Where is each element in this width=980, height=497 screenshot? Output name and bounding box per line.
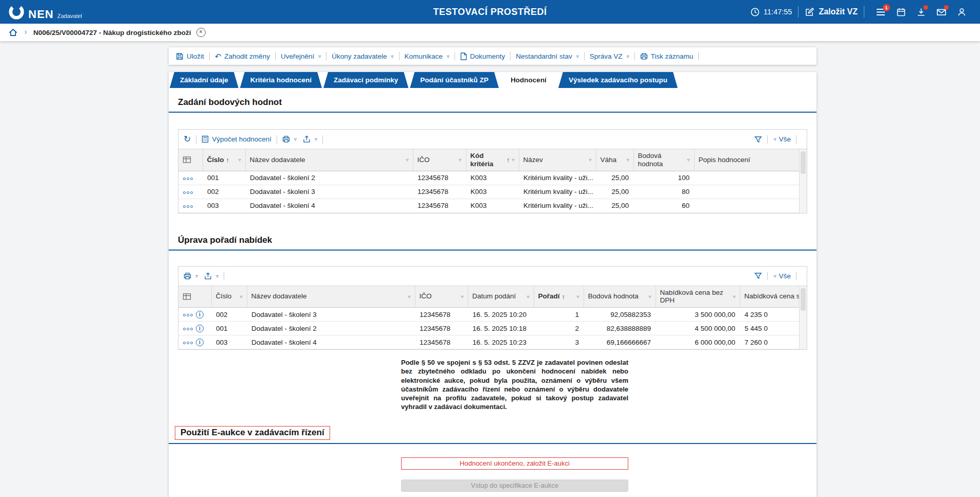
row-actions-icon[interactable]	[183, 342, 193, 344]
undo-icon: ↶	[215, 52, 222, 60]
chevron-down-icon[interactable]: ▿	[774, 273, 776, 279]
col-header-ico[interactable]: IČO▿	[413, 149, 466, 171]
filter-caret-icon[interactable]: ▿	[238, 157, 241, 163]
close-record-icon[interactable]: ×	[196, 28, 206, 37]
col-header-bodova-hodnota[interactable]: Bodová hodnota▿	[633, 149, 694, 171]
table-row[interactable]: i 001 Dodavatel - školení 2 12345678 16.…	[178, 322, 807, 335]
col-header-dodavatel[interactable]: Název dodavatele▿	[245, 149, 413, 171]
row-actions-icon[interactable]	[183, 177, 193, 180]
filter-caret-icon[interactable]: ▿	[406, 157, 408, 163]
col-header-popis-hodnoceni[interactable]: Popis hodnocení	[694, 149, 807, 171]
communication-menu[interactable]: Komunikace▿	[405, 52, 449, 60]
create-vz-button[interactable]: Založit VZ	[805, 7, 858, 17]
tab-kriteria-hodnoceni[interactable]: Kritéria hodnocení	[240, 72, 322, 88]
filter-caret-icon[interactable]: ▿	[240, 294, 242, 299]
publish-menu[interactable]: Uveřejnění▿	[281, 52, 321, 60]
scrollbar-thumb[interactable]	[801, 151, 806, 174]
home-icon[interactable]	[8, 28, 18, 37]
col-header-bodova-hodnota[interactable]: Bodová hodnota▿	[584, 286, 656, 308]
profile-button[interactable]	[957, 7, 967, 17]
filter-caret-icon[interactable]: ▿	[687, 157, 689, 163]
show-all-link[interactable]: Vše	[779, 135, 791, 143]
chevron-down-icon: ▿	[195, 273, 198, 279]
table-row[interactable]: 002 Dodavatel - školení 3 12345678 K003 …	[178, 185, 807, 199]
export-icon	[204, 272, 212, 280]
contracting-actions-menu[interactable]: Úkony zadavatele▿	[332, 52, 393, 60]
calendar-icon	[896, 7, 906, 17]
filter-caret-icon[interactable]: ▿	[527, 294, 529, 299]
refresh-button[interactable]: ↻	[184, 134, 191, 145]
filter-caret-icon[interactable]: ▿	[626, 157, 629, 163]
row-actions-icon[interactable]	[183, 191, 193, 194]
info-icon[interactable]: i	[196, 325, 204, 332]
export-grid-button[interactable]: ▿	[204, 272, 219, 280]
filter-caret-icon[interactable]: ▿	[408, 294, 410, 299]
nonstandard-state-menu[interactable]: Nestandardní stav▿	[516, 52, 579, 60]
save-button[interactable]: Uložit	[176, 52, 204, 60]
export-grid-button[interactable]: ▿	[303, 135, 317, 143]
filter-button[interactable]	[754, 136, 762, 143]
info-icon[interactable]: i	[196, 339, 204, 346]
col-header-cislo[interactable]: Číslo▿	[211, 286, 247, 308]
vz-admin-menu[interactable]: Správa VZ▿	[590, 52, 629, 60]
tab-vysledek[interactable]: Výsledek zadávacího postupu	[558, 72, 678, 88]
vertical-scrollbar[interactable]	[799, 150, 807, 213]
documents-button[interactable]: Dokumenty	[460, 52, 505, 60]
messages-button[interactable]	[936, 7, 947, 17]
tab-hodnoceni[interactable]: Hodnocení	[500, 72, 557, 88]
print-grid-button[interactable]: ▿	[184, 272, 198, 280]
row-actions-icon[interactable]	[183, 328, 193, 330]
row-actions-icon[interactable]	[183, 205, 193, 208]
chevron-down-icon[interactable]: ▿	[774, 136, 776, 142]
ranking-grid: ▿ ▿ ▿ Vše	[178, 266, 807, 350]
col-header-ico[interactable]: IČO▿	[415, 286, 468, 308]
tab-podani-ucastniku[interactable]: Podání účastníků ZP	[410, 72, 499, 88]
tab-zadavaci-podminky[interactable]: Zadávací podmínky	[323, 72, 408, 88]
col-header-cena-bez-dph[interactable]: Nabídková cena bez DPH▿	[656, 286, 740, 308]
record-detail-card: Základní údaje Kritéria hodnocení Zadáva…	[169, 72, 816, 497]
menu-badge: 1	[883, 4, 890, 11]
col-header-nazev[interactable]: Název▿	[519, 149, 596, 171]
filter-caret-icon[interactable]: ▿	[589, 157, 591, 163]
filter-caret-icon[interactable]: ▿	[459, 157, 461, 163]
discard-changes-button[interactable]: ↶ Zahodit změny	[215, 52, 270, 60]
col-header-dodavatel[interactable]: Název dodavatele▿	[247, 286, 415, 308]
print-record-button[interactable]: Tisk záznamu	[640, 52, 694, 60]
col-header-kod-kriteria[interactable]: Kód kritéria↑▿	[466, 149, 519, 171]
scrollbar-thumb[interactable]	[801, 288, 806, 311]
vertical-scrollbar[interactable]	[799, 287, 807, 350]
col-header-vaha[interactable]: Váha▿	[596, 149, 633, 171]
table-row[interactable]: 001 Dodavatel - školení 2 12345678 K003 …	[178, 171, 807, 185]
col-header-poradi[interactable]: Pořadí↑▿	[534, 286, 584, 308]
downloads-button[interactable]	[916, 7, 926, 17]
show-all-link[interactable]: Vše	[779, 272, 791, 280]
filter-caret-icon[interactable]: ▿	[733, 294, 735, 299]
col-header-datum-podani[interactable]: Datum podání▿	[468, 286, 534, 308]
filter-caret-icon[interactable]: ▿	[512, 157, 514, 163]
calendar-button[interactable]	[896, 7, 906, 17]
col-header-cena-s-dph[interactable]: Nabídková cena s DPH	[740, 286, 807, 308]
filter-caret-icon[interactable]: ▿	[576, 294, 579, 299]
col-header-cislo[interactable]: Číslo↑▿	[203, 149, 245, 171]
column-chooser[interactable]	[178, 149, 203, 171]
table-row[interactable]: i 003 Dodavatel - školení 4 12345678 16.…	[178, 335, 807, 349]
create-eauction-button[interactable]: Hodnocení ukončeno, založit E-aukci	[401, 457, 628, 470]
print-grid-button[interactable]: ▿	[282, 135, 297, 143]
funnel-icon	[754, 136, 762, 143]
info-icon[interactable]: i	[196, 311, 204, 318]
filter-caret-icon[interactable]: ▿	[461, 294, 463, 299]
environment-title: TESTOVACÍ PROSTŘEDÍ	[433, 7, 547, 17]
compute-evaluation-button[interactable]: Výpočet hodnocení	[202, 135, 271, 143]
nen-logo[interactable]: NEN Zadavatel	[8, 4, 82, 20]
filter-button[interactable]	[754, 272, 762, 279]
column-chooser[interactable]	[178, 286, 211, 308]
export-icon	[303, 135, 311, 143]
filter-caret-icon[interactable]: ▿	[648, 294, 651, 299]
table-row[interactable]: i 002 Dodavatel - školení 3 12345678 16.…	[178, 308, 807, 322]
menu-button[interactable]: 1	[876, 8, 886, 16]
section-title-ranking: Úprava pořadí nabídek	[178, 235, 816, 245]
funnel-icon	[754, 272, 762, 279]
row-actions-icon[interactable]	[183, 314, 193, 316]
table-row[interactable]: 003 Dodavatel - školení 4 12345678 K003 …	[178, 199, 807, 212]
tab-zakladni-udaje[interactable]: Základní údaje	[170, 72, 239, 88]
